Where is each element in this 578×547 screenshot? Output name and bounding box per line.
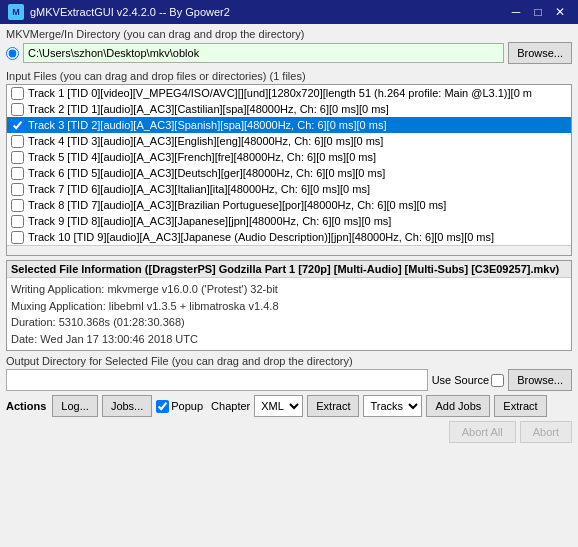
tracks-select[interactable]: Tracks (363, 395, 422, 417)
mkv-dir-input[interactable] (23, 43, 504, 63)
selected-file-info-title: Selected File Information ([DragsterPS] … (7, 261, 571, 278)
bottom-row: Abort All Abort (6, 421, 572, 443)
minimize-button[interactable]: ─ (506, 4, 526, 20)
track-checkbox[interactable] (11, 103, 24, 116)
title-bar: M gMKVExtractGUI v2.4.2.0 -- By Gpower2 … (0, 0, 578, 24)
track-checkbox[interactable] (11, 199, 24, 212)
track-item[interactable]: Track 10 [TID 9][audio][A_AC3][Japanese … (7, 229, 571, 245)
add-jobs-button[interactable]: Add Jobs (426, 395, 490, 417)
track-item[interactable]: Track 3 [TID 2][audio][A_AC3][Spanish][s… (7, 117, 571, 133)
chapter-format-select[interactable]: XML (254, 395, 303, 417)
input-files-label: Input Files (you can drag and drop files… (6, 70, 572, 82)
info-line-3: Duration: 5310.368s (01:28:30.368) (11, 314, 567, 331)
actions-row: Actions Log... Jobs... Popup Chapter XML… (6, 395, 572, 417)
track-item[interactable]: Track 7 [TID 6][audio][A_AC3][Italian][i… (7, 181, 571, 197)
output-dir-input[interactable] (6, 369, 428, 391)
use-source-label: Use Source (432, 374, 504, 387)
track-checkbox[interactable] (11, 183, 24, 196)
track-item[interactable]: Track 5 [TID 4][audio][A_AC3][French][fr… (7, 149, 571, 165)
extract-tracks-button[interactable]: Extract (494, 395, 546, 417)
track-text: Track 5 [TID 4][audio][A_AC3][French][fr… (28, 151, 376, 163)
abort-button: Abort (520, 421, 572, 443)
title-controls: ─ □ ✕ (506, 4, 570, 20)
track-checkbox[interactable] (11, 87, 24, 100)
app-icon: M (8, 4, 24, 20)
selected-file-info-content: Writing Application: mkvmerge v16.0.0 ('… (7, 278, 571, 350)
track-text: Track 7 [TID 6][audio][A_AC3][Italian][i… (28, 183, 370, 195)
maximize-button[interactable]: □ (528, 4, 548, 20)
input-files-box: Track 1 [TID 0][video][V_MPEG4/ISO/AVC][… (6, 84, 572, 256)
use-source-checkbox[interactable] (491, 374, 504, 387)
track-list[interactable]: Track 1 [TID 0][video][V_MPEG4/ISO/AVC][… (7, 85, 571, 245)
info-line-1: Writing Application: mkvmerge v16.0.0 ('… (11, 281, 567, 298)
log-button[interactable]: Log... (52, 395, 98, 417)
track-item[interactable]: Track 8 [TID 7][audio][A_AC3][Brazilian … (7, 197, 571, 213)
track-item[interactable]: Track 4 [TID 3][audio][A_AC3][English][e… (7, 133, 571, 149)
use-path-radio[interactable] (6, 47, 19, 60)
track-item[interactable]: Track 6 [TID 5][audio][A_AC3][Deutsch][g… (7, 165, 571, 181)
track-checkbox[interactable] (11, 135, 24, 148)
track-checkbox[interactable] (11, 215, 24, 228)
track-text: Track 1 [TID 0][video][V_MPEG4/ISO/AVC][… (28, 87, 532, 99)
track-item[interactable]: Track 2 [TID 1][audio][A_AC3][Castilian]… (7, 101, 571, 117)
track-checkbox[interactable] (11, 151, 24, 164)
actions-label: Actions (6, 400, 46, 412)
track-text: Track 6 [TID 5][audio][A_AC3][Deutsch][g… (28, 167, 385, 179)
track-checkbox[interactable] (11, 231, 24, 244)
track-text: Track 9 [TID 8][audio][A_AC3][Japanese][… (28, 215, 391, 227)
output-dir-section: Output Directory for Selected File (you … (6, 355, 572, 391)
selected-file-info-box: Selected File Information ([DragsterPS] … (6, 260, 572, 351)
track-text: Track 2 [TID 1][audio][A_AC3][Castilian]… (28, 103, 389, 115)
popup-checkbox[interactable] (156, 400, 169, 413)
info-line-4: Date: Wed Jan 17 13:00:46 2018 UTC (11, 331, 567, 348)
track-text: Track 10 [TID 9][audio][A_AC3][Japanese … (28, 231, 494, 243)
popup-label: Popup (156, 400, 203, 413)
track-checkbox[interactable] (11, 167, 24, 180)
mkv-dir-browse-button[interactable]: Browse... (508, 42, 572, 64)
track-text: Track 3 [TID 2][audio][A_AC3][Spanish][s… (28, 119, 386, 131)
mkv-dir-label: MKVMerge/In Directory (you can drag and … (6, 28, 572, 40)
mkv-dir-row: Browse... (6, 42, 572, 64)
info-line-2: Muxing Application: libebml v1.3.5 + lib… (11, 298, 567, 315)
track-checkbox[interactable] (11, 119, 24, 132)
scrollbar-x[interactable] (7, 245, 571, 255)
main-content: MKVMerge/In Directory (you can drag and … (0, 24, 578, 447)
app-title: gMKVExtractGUI v2.4.2.0 -- By Gpower2 (30, 6, 230, 18)
extract-chapter-button[interactable]: Extract (307, 395, 359, 417)
title-bar-left: M gMKVExtractGUI v2.4.2.0 -- By Gpower2 (8, 4, 230, 20)
chapter-label: Chapter (211, 400, 250, 412)
output-dir-browse-button[interactable]: Browse... (508, 369, 572, 391)
close-button[interactable]: ✕ (550, 4, 570, 20)
output-dir-row: Use Source Browse... (6, 369, 572, 391)
jobs-button[interactable]: Jobs... (102, 395, 152, 417)
track-item[interactable]: Track 9 [TID 8][audio][A_AC3][Japanese][… (7, 213, 571, 229)
track-item[interactable]: Track 1 [TID 0][video][V_MPEG4/ISO/AVC][… (7, 85, 571, 101)
output-dir-label: Output Directory for Selected File (you … (6, 355, 572, 367)
abort-all-button: Abort All (449, 421, 516, 443)
track-text: Track 4 [TID 3][audio][A_AC3][English][e… (28, 135, 383, 147)
radio-label (6, 47, 19, 60)
track-text: Track 8 [TID 7][audio][A_AC3][Brazilian … (28, 199, 446, 211)
